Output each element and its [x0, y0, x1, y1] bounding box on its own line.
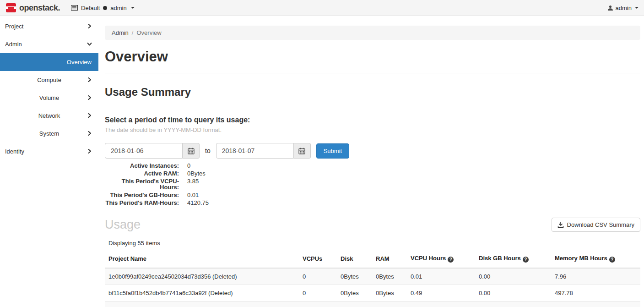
sidebar-item-label: Project [5, 23, 23, 30]
table-header-row: Project Name VCPUs Disk RAM VCPU Hours? [105, 251, 640, 268]
cell-ram: 0Bytes [372, 285, 407, 302]
download-csv-label: Download CSV Summary [567, 221, 634, 228]
stat-value: 3.85 [187, 178, 199, 190]
chevron-right-icon [87, 23, 92, 30]
stat-value: 4120.75 [187, 200, 209, 206]
column-vcpus: VCPUs [299, 251, 337, 268]
chevron-down-icon [635, 7, 639, 9]
chevron-down-icon [87, 41, 92, 48]
cell-ram: 0Bytes [372, 302, 407, 307]
cell-disk-gb-hours: 0.00 [475, 285, 551, 302]
help-icon[interactable]: ? [448, 257, 454, 263]
breadcrumb-admin-link[interactable]: Admin [112, 29, 129, 36]
usage-table-header: Usage Download CSV Summary [105, 218, 640, 232]
cell-vcpu-hours: 0.49 [407, 285, 475, 302]
stat-value: 0.01 [187, 192, 199, 198]
cell-disk-gb-hours: 0.00 [475, 302, 551, 307]
download-csv-button[interactable]: Download CSV Summary [552, 218, 640, 232]
sidebar-item-label: Volume [39, 94, 59, 101]
calendar-icon [188, 148, 195, 154]
column-ram: RAM [372, 251, 407, 268]
cell-vcpus: 0 [299, 268, 337, 285]
items-count: Displaying 55 items [108, 240, 640, 247]
start-date-input[interactable] [105, 143, 183, 159]
calendar-icon [298, 148, 305, 154]
sidebar-item-label: Admin [5, 41, 22, 48]
to-label: to [205, 147, 211, 154]
cell-vcpu-hours: 0.01 [407, 268, 475, 285]
sidebar-item-volume[interactable]: Volume [0, 89, 98, 107]
sidebar-item-system[interactable]: System [0, 125, 98, 143]
chevron-right-icon [87, 94, 92, 101]
cell-vcpus: 0 [299, 285, 337, 302]
chevron-right-icon [87, 130, 92, 137]
sidebar-item-label: Network [38, 112, 60, 119]
cell-disk: 0Bytes [337, 302, 372, 307]
stat-label: This Period's RAM-Hours: [105, 200, 179, 206]
page-title: Overview [105, 49, 640, 65]
cell-memory-mb-hours: 110.93 [551, 302, 640, 307]
chevron-right-icon [87, 112, 92, 119]
sidebar-item-label: Overview [67, 59, 92, 66]
main-content: Admin / Overview Overview Usage Summary … [98, 16, 644, 307]
date-range-form: to [105, 143, 640, 159]
column-memory-mb-hours: Memory MB Hours? [551, 251, 640, 268]
stat-value: 0Bytes [187, 170, 206, 176]
sidebar-item-identity[interactable]: Identity [0, 143, 98, 160]
help-icon[interactable]: ? [523, 257, 529, 263]
end-date-calendar-button[interactable] [294, 143, 311, 159]
date-format-hint: The date should be in YYYY-MM-DD format. [105, 126, 640, 133]
sidebar-item-label: Identity [5, 148, 24, 155]
sidebar-item-label: Compute [37, 77, 61, 83]
table-row: bf11c5fa0f1b452db4b7741a6c33a92f (Delete… [105, 285, 640, 302]
stat-gb-hours: This Period's GB-Hours: 0.01 [105, 192, 640, 198]
breadcrumb-separator: / [132, 29, 134, 36]
stat-active-instances: Active Instances: 0 [105, 163, 640, 169]
domain-icon [71, 5, 78, 11]
sidebar-nav: Project Admin Overview Compute Volume [0, 16, 98, 307]
cell-disk: 0Bytes [337, 285, 372, 302]
openstack-logo-icon [5, 2, 16, 13]
breadcrumb: Admin / Overview [105, 26, 640, 40]
end-date-input[interactable] [216, 143, 294, 159]
brand-text: openstack. [19, 3, 60, 13]
cell-disk: 0Bytes [337, 268, 372, 285]
domain-name: Default [81, 5, 100, 11]
cell-vcpus: 0 [299, 302, 337, 307]
date-range-prompt: Select a period of time to query its usa… [105, 116, 640, 124]
submit-button[interactable]: Submit [316, 143, 349, 159]
start-date-group [105, 143, 200, 159]
column-disk-gb-hours: Disk GB Hours? [475, 251, 551, 268]
user-icon [607, 5, 613, 11]
stat-label: Active Instances: [105, 163, 179, 169]
chevron-right-icon [87, 148, 92, 155]
sidebar-item-admin[interactable]: Admin [0, 35, 98, 53]
sidebar-item-label: System [39, 130, 59, 137]
openstack-brand[interactable]: openstack. [5, 2, 60, 13]
top-navbar: openstack. Default admin admin [0, 0, 644, 16]
chevron-right-icon [87, 77, 92, 83]
stat-label: This Period's VCPU-Hours: [105, 178, 179, 190]
sidebar-item-overview[interactable]: Overview [0, 53, 98, 71]
cell-project-name: 1e0b0f99af0249cea24502034d73d356 (Delete… [105, 268, 299, 285]
download-icon [557, 222, 564, 228]
stat-label: This Period's GB-Hours: [105, 192, 179, 198]
stat-active-ram: Active RAM: 0Bytes [105, 170, 640, 176]
usage-summary-heading: Usage Summary [105, 86, 640, 99]
sidebar-item-network[interactable]: Network [0, 107, 98, 125]
usage-table: Project Name VCPUs Disk RAM VCPU Hours? [105, 251, 640, 307]
column-vcpu-hours: VCPU Hours? [407, 251, 475, 268]
sidebar-item-project[interactable]: Project [0, 17, 98, 35]
start-date-calendar-button[interactable] [183, 143, 200, 159]
user-menu[interactable]: admin [607, 5, 639, 11]
context-switcher[interactable]: Default admin [71, 5, 135, 11]
separator-dot-icon [103, 6, 107, 10]
column-project-name: Project Name [105, 251, 299, 268]
usage-stats: Active Instances: 0 Active RAM: 0Bytes T… [105, 163, 640, 206]
help-icon[interactable]: ? [609, 257, 615, 263]
cell-memory-mb-hours: 497.78 [551, 285, 640, 302]
usage-table-title: Usage [105, 218, 141, 232]
column-disk: Disk [337, 251, 372, 268]
stat-label: Active RAM: [105, 170, 179, 176]
sidebar-item-compute[interactable]: Compute [0, 71, 98, 89]
